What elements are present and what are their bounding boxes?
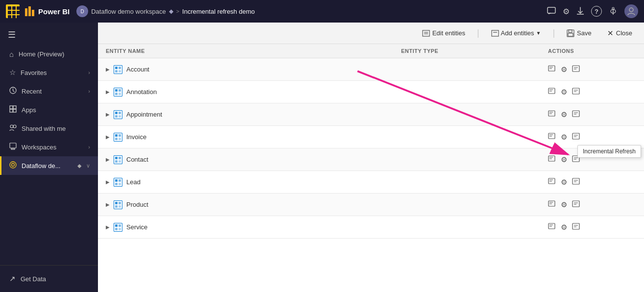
download-icon[interactable] <box>576 7 584 16</box>
svg-rect-63 <box>572 133 579 139</box>
settings-icon[interactable]: ⚙ <box>563 7 570 16</box>
table-row: ▶ Contact <box>98 148 644 171</box>
expand-arrow-icon[interactable]: ▶ <box>106 157 110 162</box>
table-row: ▶ Annotation <box>98 81 644 103</box>
sidebar-item-apps[interactable]: Apps <box>0 100 98 119</box>
table-row: ▶ Lead <box>98 171 644 194</box>
svg-rect-11 <box>13 109 16 112</box>
sidebar-item-getdata[interactable]: ↗ Get Data <box>0 269 98 288</box>
expand-arrow-icon[interactable]: ▶ <box>106 67 110 72</box>
table-row: ▶ Service <box>98 216 644 239</box>
refresh-action-icon[interactable] <box>572 65 580 74</box>
svg-rect-87 <box>119 202 121 204</box>
svg-rect-96 <box>115 224 118 227</box>
svg-rect-38 <box>115 93 118 95</box>
refresh-action-icon[interactable] <box>572 110 580 119</box>
svg-rect-27 <box>119 67 121 69</box>
sidebar-item-shared[interactable]: Shared with me <box>0 119 98 138</box>
svg-rect-69 <box>119 160 121 163</box>
refresh-action-icon[interactable] <box>572 222 580 232</box>
entity-name-cell: ▶ Account <box>106 65 401 74</box>
settings-action-icon[interactable]: ⚙ <box>561 65 567 74</box>
close-button[interactable]: ✕ Close <box>603 27 636 40</box>
home-icon: ⌂ <box>9 50 14 58</box>
help-icon[interactable]: ? <box>591 6 602 17</box>
workspaces-icon <box>9 143 17 151</box>
refresh-action-icon[interactable] <box>572 177 580 187</box>
edit-query-icon[interactable] <box>548 155 556 164</box>
svg-rect-58 <box>115 138 118 140</box>
edit-query-icon[interactable] <box>548 177 556 187</box>
svg-rect-103 <box>572 223 579 229</box>
separator2: | <box>552 28 555 38</box>
chevron-right-icon: › <box>88 88 90 94</box>
tooltip: Incremental Refresh <box>577 145 641 158</box>
expand-arrow-icon[interactable]: ▶ <box>106 179 110 185</box>
top-nav-actions: ⚙ ? <box>547 4 638 18</box>
expand-arrow-icon[interactable]: ▶ <box>106 89 110 95</box>
entity-type-icon <box>114 200 122 209</box>
table-row: ▶ Product <box>98 194 644 216</box>
entity-type-icon <box>114 223 122 232</box>
expand-arrow-icon[interactable]: ▶ <box>106 134 110 140</box>
settings-action-icon[interactable]: ⚙ <box>561 133 567 142</box>
expand-arrow-icon[interactable]: ▶ <box>106 224 110 230</box>
top-navigation: Power BI D Dataflow demo workspace ◆ > I… <box>0 0 644 23</box>
sidebar-item-favorites[interactable]: ☆ Favorites › <box>0 63 98 82</box>
svg-rect-37 <box>119 89 121 92</box>
edit-query-icon[interactable] <box>548 65 556 74</box>
edit-query-icon[interactable] <box>548 110 556 119</box>
expand-arrow-icon[interactable]: ▶ <box>106 112 110 117</box>
settings-action-icon[interactable]: ⚙ <box>561 223 567 232</box>
user-avatar[interactable] <box>624 4 638 18</box>
sidebar-item-dataflow[interactable]: Dataflow de... ◆ ∨ <box>0 156 98 175</box>
dataflow-icon <box>9 161 17 170</box>
expand-arrow-icon[interactable]: ▶ <box>106 202 110 207</box>
svg-rect-78 <box>115 183 118 185</box>
svg-rect-53 <box>572 111 579 117</box>
sidebar-item-recent[interactable]: Recent › <box>0 82 98 100</box>
workspace-avatar: D <box>76 5 88 17</box>
svg-rect-25 <box>568 33 573 36</box>
save-button[interactable]: Save <box>563 27 596 39</box>
entity-name-cell: ▶ Product <box>106 200 401 209</box>
actions-cell: ⚙ <box>548 177 636 187</box>
actions-cell: ⚙ <box>548 200 636 209</box>
chat-icon[interactable] <box>547 7 556 16</box>
refresh-action-icon[interactable] <box>572 87 580 97</box>
edit-entities-button[interactable]: Edit entities <box>418 27 469 39</box>
edit-query-icon[interactable] <box>548 132 556 142</box>
settings-action-icon[interactable]: ⚙ <box>561 200 567 209</box>
entity-type-icon <box>114 133 122 142</box>
entity-type-icon <box>114 110 122 119</box>
svg-rect-46 <box>115 112 118 114</box>
sidebar-item-workspaces[interactable]: Workspaces › <box>0 138 98 156</box>
svg-rect-98 <box>115 228 118 230</box>
app-launcher-icon[interactable] <box>6 4 20 18</box>
actions-cell: ⚙ <box>548 222 636 232</box>
sidebar-item-home[interactable]: ⌂ Home (Preview) <box>0 45 98 63</box>
edit-query-icon[interactable] <box>548 200 556 209</box>
svg-rect-47 <box>119 112 121 114</box>
settings-action-icon[interactable]: ⚙ <box>561 155 567 164</box>
refresh-action-icon[interactable] <box>572 200 580 209</box>
settings-action-icon[interactable]: ⚙ <box>561 178 567 187</box>
notifications-icon[interactable] <box>609 7 618 16</box>
entity-name-cell: ▶ Appointment <box>106 110 401 119</box>
svg-rect-68 <box>115 160 118 163</box>
settings-action-icon[interactable]: ⚙ <box>561 88 567 97</box>
incremental-refresh-icon[interactable] <box>572 132 580 142</box>
add-entities-button[interactable]: Add entities ▼ <box>487 27 545 39</box>
edit-query-icon[interactable] <box>548 222 556 232</box>
edit-query-icon[interactable] <box>548 87 556 97</box>
settings-action-icon[interactable]: ⚙ <box>561 110 567 119</box>
svg-rect-77 <box>119 179 121 182</box>
svg-rect-66 <box>115 157 118 159</box>
diamond-small-icon: ◆ <box>77 163 81 169</box>
svg-rect-28 <box>115 70 118 73</box>
chevron-down-icon: ∨ <box>86 163 90 169</box>
svg-rect-49 <box>119 115 121 118</box>
entity-type-icon <box>114 88 122 97</box>
hamburger-menu[interactable]: ☰ <box>0 24 98 45</box>
getdata-icon: ↗ <box>9 274 16 283</box>
